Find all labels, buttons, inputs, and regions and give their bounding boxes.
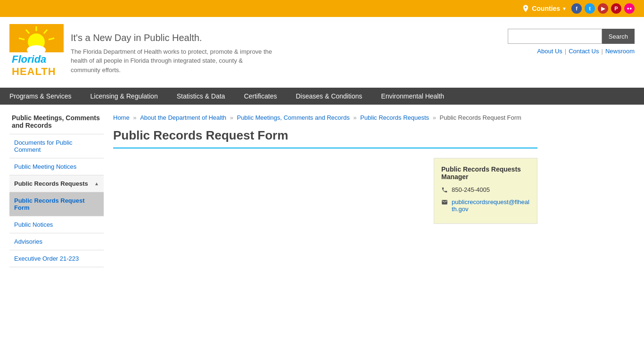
sidebar-item-executive-order[interactable]: Executive Order 21-223 bbox=[9, 250, 104, 267]
breadcrumb-current: Public Records Request Form bbox=[440, 114, 521, 121]
breadcrumb-sep-2: » bbox=[230, 114, 235, 121]
breadcrumb-public-records[interactable]: Public Records Requests bbox=[360, 114, 429, 121]
about-us-link[interactable]: About Us bbox=[537, 48, 562, 55]
page-title: Public Records Request Form bbox=[113, 128, 537, 148]
counties-label: Counties bbox=[532, 5, 560, 12]
contact-phone-row: 850-245-4005 bbox=[441, 186, 530, 195]
breadcrumb-sep-1: » bbox=[133, 114, 138, 121]
sidebar-item-advisories[interactable]: Advisories bbox=[9, 233, 104, 250]
tagline-description: The Florida Department of Health works t… bbox=[71, 47, 273, 75]
counties-dropdown[interactable]: Counties ▼ bbox=[521, 4, 567, 13]
tagline-area: It's a New Day in Public Health. The Flo… bbox=[71, 30, 273, 75]
contact-email-link[interactable]: publicrecordsrequest@flhealth.gov bbox=[452, 198, 530, 213]
main-content: Home » About the Department of Health » … bbox=[113, 114, 537, 267]
search-area: Search About Us | Contact Us | Newsroom bbox=[508, 24, 635, 55]
sidebar-link-executive-order[interactable]: Executive Order 21-223 bbox=[9, 250, 104, 267]
sidebar-item-documents[interactable]: Documents for Public Comment bbox=[9, 134, 104, 158]
logo-area: Florida HEALTH It's a New Day in Public … bbox=[9, 24, 273, 81]
chevron-down-icon: ▼ bbox=[562, 6, 567, 11]
main-navigation: Programs & Services Licensing & Regulati… bbox=[0, 88, 644, 105]
sidebar: Public Meetings, Comments and Records Do… bbox=[9, 114, 104, 267]
email-icon bbox=[441, 199, 448, 207]
chevron-up-icon: ▲ bbox=[94, 181, 99, 186]
sidebar-link-documents[interactable]: Documents for Public Comment bbox=[9, 134, 104, 158]
pinterest-icon[interactable]: P bbox=[611, 3, 621, 14]
sidebar-subitem-request-form[interactable]: Public Records Request Form bbox=[9, 192, 104, 216]
nav-environmental-health[interactable]: Environmental Health bbox=[372, 88, 454, 105]
sidebar-title: Public Meetings, Comments and Records bbox=[9, 114, 104, 129]
sidebar-expanded-header[interactable]: Public Records Requests ▲ bbox=[9, 175, 104, 192]
nav-certificates[interactable]: Certificates bbox=[234, 88, 286, 105]
sidebar-item-public-records[interactable]: Public Records Requests ▲ Public Records… bbox=[9, 175, 104, 216]
sidebar-link-public-notices[interactable]: Public Notices bbox=[9, 216, 104, 233]
florida-health-logo: Florida HEALTH bbox=[9, 24, 64, 81]
contact-phone: 850-245-4005 bbox=[452, 186, 490, 193]
phone-icon bbox=[441, 187, 448, 195]
nav-statistics-data[interactable]: Statistics & Data bbox=[167, 88, 235, 105]
separator: | bbox=[601, 48, 603, 55]
breadcrumb-sep-4: » bbox=[433, 114, 438, 121]
breadcrumb-sep-3: » bbox=[353, 114, 358, 121]
header: Florida HEALTH It's a New Day in Public … bbox=[0, 17, 644, 88]
twitter-icon[interactable]: t bbox=[585, 3, 595, 14]
breadcrumb-about[interactable]: About the Department of Health bbox=[140, 114, 226, 121]
contact-email-row: publicrecordsrequest@flhealth.gov bbox=[441, 198, 530, 213]
contact-card-title: Public Records Requests Manager bbox=[441, 165, 530, 181]
sidebar-link-meeting-notices[interactable]: Public Meeting Notices bbox=[9, 158, 104, 175]
search-button[interactable]: Search bbox=[602, 29, 635, 44]
search-form: Search bbox=[508, 29, 635, 44]
sidebar-expanded-label: Public Records Requests bbox=[14, 180, 88, 187]
sidebar-item-public-notices[interactable]: Public Notices bbox=[9, 216, 104, 233]
contact-us-link[interactable]: Contact Us bbox=[569, 48, 599, 55]
breadcrumb: Home » About the Department of Health » … bbox=[113, 114, 537, 121]
svg-text:HEALTH: HEALTH bbox=[12, 66, 56, 77]
content-wrapper: Public Meetings, Comments and Records Do… bbox=[0, 105, 547, 277]
map-pin-icon bbox=[521, 4, 530, 13]
sidebar-sub-menu: Public Records Request Form bbox=[9, 192, 104, 216]
social-icons: f t ▶ P ●● bbox=[571, 3, 635, 14]
top-bar: Counties ▼ f t ▶ P ●● bbox=[0, 0, 644, 17]
newsroom-link[interactable]: Newsroom bbox=[605, 48, 635, 55]
svg-text:Florida: Florida bbox=[12, 53, 46, 65]
sidebar-item-meeting-notices[interactable]: Public Meeting Notices bbox=[9, 158, 104, 175]
tagline-heading: It's a New Day in Public Health. bbox=[71, 33, 273, 43]
search-input[interactable] bbox=[508, 29, 602, 44]
breadcrumb-home[interactable]: Home bbox=[113, 114, 130, 121]
flickr-icon[interactable]: ●● bbox=[624, 3, 635, 14]
sidebar-link-advisories[interactable]: Advisories bbox=[9, 233, 104, 250]
nav-diseases-conditions[interactable]: Diseases & Conditions bbox=[286, 88, 372, 105]
facebook-icon[interactable]: f bbox=[571, 3, 582, 14]
youtube-icon[interactable]: ▶ bbox=[598, 3, 608, 14]
separator: | bbox=[565, 48, 566, 55]
header-links: About Us | Contact Us | Newsroom bbox=[537, 48, 635, 55]
contact-card: Public Records Requests Manager 850-245-… bbox=[434, 158, 537, 224]
nav-programs-services[interactable]: Programs & Services bbox=[0, 88, 81, 105]
breadcrumb-public-meetings[interactable]: Public Meetings, Comments and Records bbox=[237, 114, 349, 121]
nav-licensing-regulation[interactable]: Licensing & Regulation bbox=[81, 88, 167, 105]
